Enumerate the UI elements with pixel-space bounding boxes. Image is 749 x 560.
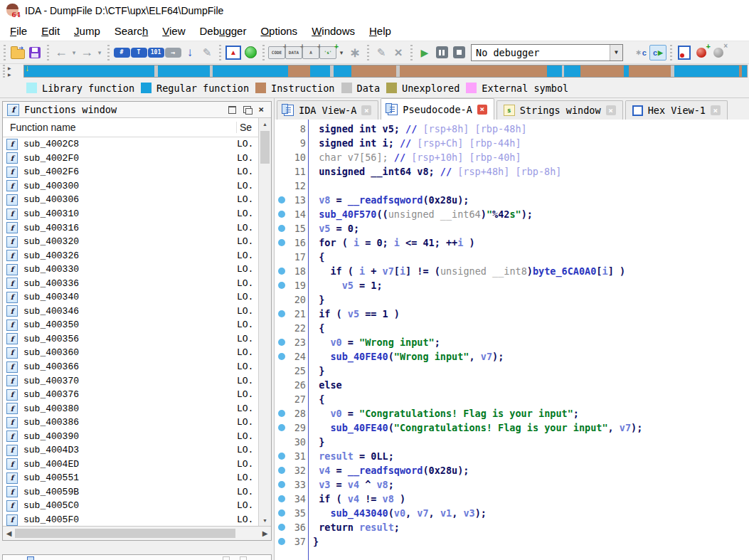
code-line[interactable]: 31 result = 0LL; (275, 449, 749, 463)
function-row[interactable]: fsub_400320LO. (3, 235, 258, 249)
vertical-scroll-thumb[interactable] (260, 131, 270, 164)
function-row[interactable]: fsub_400380LO. (3, 401, 258, 416)
menu-options[interactable]: Options (253, 23, 304, 39)
breakpoint-list-icon[interactable] (676, 43, 693, 62)
function-row[interactable]: fsub_400336LO. (3, 276, 258, 290)
debugger-run-icon[interactable]: ▶ (416, 43, 433, 62)
code-line[interactable]: 33 v3 = v4 ^ v8; (275, 477, 749, 492)
function-row[interactable]: fsub_400356LO. (3, 332, 258, 347)
pseudocode-view[interactable]: 8 signed int v5; // [rsp+8h] [rbp-48h]9 … (275, 120, 749, 560)
code-line[interactable]: 25 } (275, 364, 749, 378)
functions-horizontal-scrollbar[interactable]: ◀ ▶ (3, 526, 271, 540)
code-line[interactable]: 15 v5 = 0; (275, 221, 749, 236)
tab-close-icon[interactable]: × (606, 105, 616, 115)
navband-drag-handle[interactable] (3, 65, 5, 78)
navband-arrows[interactable]: ▶▶ (8, 65, 23, 78)
analysis-status-icon[interactable] (242, 43, 259, 62)
code-line[interactable]: 18 if ( i + v7[i] != (unsigned __int8)by… (275, 264, 749, 278)
function-row[interactable]: fsub_400310LO. (3, 207, 258, 221)
combo-dropdown-icon[interactable]: ▼ (610, 45, 622, 60)
code-line[interactable]: 9 signed int i; // [rsp+Ch] [rbp-44h] (275, 136, 749, 150)
search-binary-icon[interactable]: 101 (147, 43, 164, 62)
code-line[interactable]: 14 sub_40F570((unsigned __int64)"%42s"); (275, 207, 749, 221)
code-line[interactable]: 36 return result; (275, 520, 749, 534)
function-row[interactable]: fsub_4002F6LO. (3, 165, 258, 179)
search-address-icon[interactable]: # (113, 43, 130, 62)
function-row[interactable]: fsub_400350LO. (3, 318, 258, 332)
code-line[interactable]: 21 if ( v5 == 1 ) (275, 307, 749, 321)
tab-hex-view-1[interactable]: Hex View-1× (625, 100, 728, 120)
make-data-icon[interactable]: DATA+ (285, 43, 302, 62)
maximize-button[interactable] (228, 106, 236, 114)
function-row[interactable]: fsub_400390LO. (3, 429, 258, 443)
function-row[interactable]: fsub_400366LO. (3, 360, 258, 374)
navband-down-arrow-icon[interactable]: ▶ (8, 72, 11, 77)
menu-search[interactable]: Search (107, 23, 156, 39)
edit-function-icon[interactable]: ✎ (373, 43, 390, 62)
scroll-right-icon[interactable]: ▶ (259, 527, 271, 540)
jump-address-icon[interactable]: ↓ (181, 43, 198, 62)
tab-pseudocode-a[interactable]: Pseudocode-A× (381, 98, 494, 120)
navband-up-arrow-icon[interactable]: ▶ (8, 65, 11, 70)
function-row[interactable]: fsub_4004D3LO. (3, 443, 258, 458)
float-button[interactable] (243, 106, 251, 113)
function-row[interactable]: fsub_400300LO. (3, 179, 258, 194)
column-segment[interactable]: Se (236, 122, 258, 133)
tab-strings-window[interactable]: sStrings window× (496, 100, 623, 120)
window-titlebar[interactable]: IDA - DumpFile D:\CTF\upx\ELF64\DumpFile (0, 0, 749, 21)
close-button[interactable]: × (258, 107, 264, 112)
code-line[interactable]: 13 v8 = __readfsqword(0x28u); (275, 193, 749, 207)
code-line[interactable]: 24 sub_40FE40("Wrong input", v7); (275, 349, 749, 364)
navigate-back-icon[interactable]: ← (53, 43, 70, 62)
reanalyze-icon[interactable]: ▲ (225, 43, 242, 62)
code-line[interactable]: 19 v5 = 1; (275, 278, 749, 292)
attach-process-icon[interactable]: ∗c (632, 45, 649, 60)
code-line[interactable]: 17 { (275, 250, 749, 264)
code-line[interactable]: 10 char v7[56]; // [rsp+10h] [rbp-40h] (275, 150, 749, 164)
code-line[interactable]: 37} (275, 534, 749, 549)
code-line[interactable]: 12 (275, 179, 749, 193)
debugger-stop-icon[interactable] (450, 43, 467, 62)
navigate-forward-icon[interactable]: → (78, 43, 95, 62)
code-line[interactable]: 26 else (275, 378, 749, 392)
tab-close-icon[interactable]: × (477, 105, 487, 115)
function-row[interactable]: fsub_400340LO. (3, 290, 258, 305)
function-row[interactable]: fsub_400360LO. (3, 346, 258, 360)
function-row[interactable]: fsub_400326LO. (3, 248, 258, 263)
make-code-icon[interactable]: CODE+ (268, 43, 285, 62)
function-row[interactable]: fsub_400330LO. (3, 263, 258, 277)
scroll-down-icon[interactable]: ▼ (259, 514, 271, 526)
code-line[interactable]: 28 v0 = "Congratulations! Flag is your i… (275, 406, 749, 421)
horizontal-scroll-thumb[interactable] (15, 529, 235, 538)
function-row[interactable]: fsub_400376LO. (3, 388, 258, 402)
code-line[interactable]: 29 sub_40FE40("Congratulations! Flag is … (275, 421, 749, 435)
code-line[interactable]: 30 } (275, 435, 749, 449)
make-name-icon[interactable]: A+ (302, 43, 319, 62)
functions-window-titlebar[interactable]: f Functions window × (3, 102, 271, 118)
back-history-dropdown-icon[interactable]: ▾ (70, 43, 78, 62)
function-row[interactable]: fsub_4005F0LO. (3, 513, 258, 526)
function-row[interactable]: fsub_4002C8LO. (3, 137, 258, 152)
menu-edit[interactable]: Edit (34, 23, 67, 39)
code-line[interactable]: 22 { (275, 321, 749, 335)
debugger-selector[interactable]: No debugger▼ (471, 44, 623, 61)
function-row[interactable]: fsub_400316LO. (3, 221, 258, 235)
search-next-icon[interactable]: → (164, 43, 181, 62)
functions-vertical-scrollbar[interactable]: ▲ ▼ (258, 118, 271, 526)
code-line[interactable]: 20 } (275, 292, 749, 307)
scroll-left-icon[interactable]: ◀ (3, 527, 15, 540)
function-row[interactable]: fsub_400346LO. (3, 305, 258, 319)
column-function-name[interactable]: Function name (3, 122, 236, 133)
forward-history-dropdown-icon[interactable]: ▾ (95, 43, 104, 62)
code-line[interactable]: 35 sub_443040(v0, v7, v1, v3); (275, 506, 749, 520)
function-row[interactable]: fsub_400386LO. (3, 416, 258, 430)
code-line[interactable]: 27 { (275, 392, 749, 406)
tab-ida-view-a[interactable]: IDA View-A× (277, 100, 378, 120)
make-array-icon[interactable]: ∗ (346, 43, 363, 62)
function-row[interactable]: fsub_4002F0LO. (3, 152, 258, 166)
delete-function-icon[interactable]: × (390, 43, 407, 62)
edit-lock-icon[interactable]: ✎ (198, 43, 216, 62)
open-file-icon[interactable] (9, 43, 26, 62)
make-string-icon[interactable]: 's'+ (319, 43, 336, 62)
quick-debug-icon[interactable]: c▶ (649, 45, 666, 60)
